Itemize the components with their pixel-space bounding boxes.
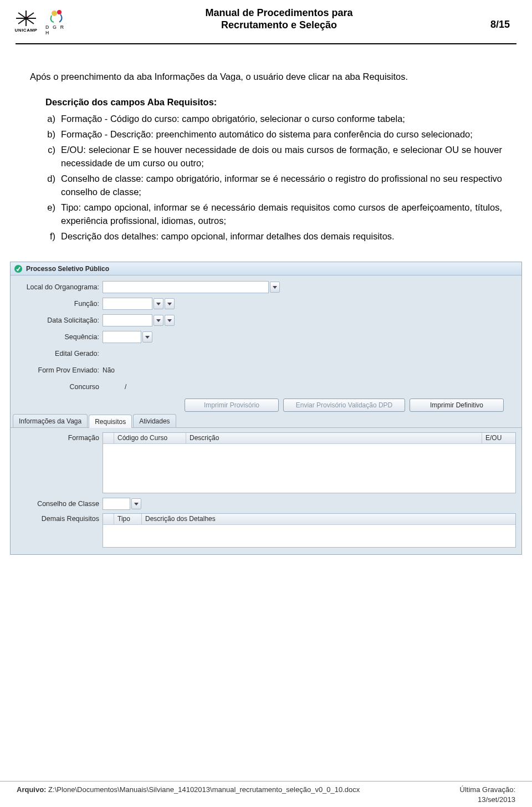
document-body: Após o preenchimento da aba Informações … xyxy=(0,44,532,243)
value-form-prov: Não xyxy=(103,366,115,374)
app-titlebar: Processo Seletivo Público xyxy=(11,262,521,275)
unicamp-label: UNICAMP xyxy=(15,28,38,33)
dropdown-icon[interactable] xyxy=(154,298,163,309)
list-text: Formação - Código do curso: campo obriga… xyxy=(61,112,502,125)
value-concurso: / xyxy=(103,383,126,391)
grid-header-row: Tipo Descrição dos Detalhes xyxy=(103,514,515,525)
list-text: Formação - Descrição: preenchimento auto… xyxy=(61,127,502,141)
imprimir-definitivo-button[interactable]: Imprimir Definitivo xyxy=(410,399,504,412)
tab-requisitos-body: Formação Código do Curso Descrição E/OU … xyxy=(11,427,521,554)
list-marker: e) xyxy=(30,201,61,227)
svg-point-9 xyxy=(52,11,57,16)
enviar-validacao-button[interactable]: Enviar Provisório Validação DPD xyxy=(283,399,405,412)
dropdown-icon[interactable] xyxy=(131,498,141,509)
list-item: b)Formação - Descrição: preenchimento au… xyxy=(30,127,502,141)
label-conselho: Conselho de Classe xyxy=(16,500,103,508)
grid-body[interactable] xyxy=(103,444,515,493)
manual-title-line1: Manual de Procedimentos para xyxy=(68,7,490,19)
list-item: c)E/OU: selecionar E se houver necessida… xyxy=(30,143,502,170)
formacao-grid[interactable]: Código do Curso Descrição E/OU xyxy=(103,432,516,493)
list-item: a)Formação - Código do curso: campo obri… xyxy=(30,112,502,125)
dropdown-icon[interactable] xyxy=(142,331,152,343)
footer-gravacao-value: 13/set/2013 xyxy=(460,795,515,805)
label-data-solicitacao: Data Solicitação: xyxy=(16,316,103,324)
dgrh-logo: D G R H xyxy=(45,7,68,35)
footer-arquivo-label: Arquivo: xyxy=(17,785,46,794)
svg-line-8 xyxy=(18,13,26,18)
label-sequencia: Sequência: xyxy=(16,333,103,341)
field-sequencia[interactable] xyxy=(103,331,141,343)
grid-indicator-header xyxy=(103,433,114,443)
dgrh-label: D G R H xyxy=(45,24,68,35)
intro-paragraph: Após o preenchimento da aba Informações … xyxy=(30,70,502,83)
svg-line-6 xyxy=(18,18,26,24)
logos: UNICAMP D G R H xyxy=(10,7,68,35)
footer-gravacao: Última Gravação: 13/set/2013 xyxy=(460,785,515,805)
manual-title: Manual de Procedimentos para Recrutament… xyxy=(68,7,490,31)
list-marker: f) xyxy=(30,229,61,243)
grid-header-tipo[interactable]: Tipo xyxy=(114,514,142,524)
label-edital-gerado: Edital Gerado: xyxy=(16,350,103,357)
field-funcao[interactable] xyxy=(103,298,152,310)
grid-header-descricao[interactable]: Descrição xyxy=(186,433,482,443)
label-local-organograma: Local do Organograma: xyxy=(16,283,103,291)
label-concurso: Concurso xyxy=(16,383,103,391)
form-area: Local do Organograma: Função: Data Solic… xyxy=(11,275,521,414)
field-conselho[interactable] xyxy=(103,498,130,510)
list-item: e)Tipo: campo opcional, informar se é ne… xyxy=(30,201,502,227)
manual-title-line2: Recrutamento e Seleção xyxy=(68,19,490,31)
list-item: f)Descrição dos detalhes: campo opcional… xyxy=(30,229,502,243)
field-description-list: a)Formação - Código do curso: campo obri… xyxy=(30,112,502,243)
label-form-prov: Form Prov Enviado: xyxy=(16,366,103,374)
unicamp-icon xyxy=(14,10,38,27)
grid-indicator-header xyxy=(103,514,114,524)
grid-header-eou[interactable]: E/OU xyxy=(482,433,515,443)
field-local-organograma[interactable] xyxy=(103,281,269,293)
dropdown-icon[interactable] xyxy=(165,298,175,309)
list-marker: b) xyxy=(30,127,61,141)
dgrh-icon xyxy=(48,7,65,23)
dropdown-icon[interactable] xyxy=(154,315,163,326)
page-header: UNICAMP D G R H Manual de Procedimentos … xyxy=(0,0,532,40)
app-title: Processo Seletivo Público xyxy=(26,265,109,273)
dropdown-icon[interactable] xyxy=(270,282,280,293)
list-marker: a) xyxy=(30,112,61,125)
footer-arquivo: Arquivo: Z:\Plone\Documentos\Manuais\Sil… xyxy=(17,785,360,805)
app-window: Processo Seletivo Público Local do Organ… xyxy=(10,262,522,555)
grid-header-codigo[interactable]: Código do Curso xyxy=(114,433,186,443)
tab-bar: Informações da Vaga Requisitos Atividade… xyxy=(11,414,521,427)
page-footer: Arquivo: Z:\Plone\Documentos\Manuais\Sil… xyxy=(0,781,532,805)
grid-body[interactable] xyxy=(103,525,515,547)
label-formacao: Formação xyxy=(16,432,103,442)
section-heading: Descrição dos campos Aba Requisitos: xyxy=(30,95,502,109)
field-data-solicitacao[interactable] xyxy=(103,314,152,326)
tab-informacoes-vaga[interactable]: Informações da Vaga xyxy=(13,414,88,427)
button-row: Imprimir Provisório Enviar Provisório Va… xyxy=(16,395,516,414)
unicamp-logo: UNICAMP xyxy=(10,10,42,33)
tab-requisitos[interactable]: Requisitos xyxy=(89,415,132,428)
footer-arquivo-path: Z:\Plone\Documentos\Manuais\Silviane_141… xyxy=(48,785,360,794)
grid-header-detalhes[interactable]: Descrição dos Detalhes xyxy=(142,514,515,524)
app-icon xyxy=(14,264,23,273)
svg-line-2 xyxy=(26,13,34,18)
footer-gravacao-label: Última Gravação: xyxy=(460,785,515,795)
label-funcao: Função: xyxy=(16,300,103,308)
svg-line-4 xyxy=(26,18,34,24)
svg-point-10 xyxy=(57,10,62,14)
page-number: 8/15 xyxy=(490,7,510,30)
grid-header-row: Código do Curso Descrição E/OU xyxy=(103,433,515,444)
list-text: Descrição dos detalhes: campo opcional, … xyxy=(61,229,502,243)
demais-grid[interactable]: Tipo Descrição dos Detalhes xyxy=(103,513,516,548)
label-demais: Demais Requisitos xyxy=(16,513,103,523)
list-marker: c) xyxy=(30,143,61,170)
list-text: E/OU: selecionar E se houver necessidade… xyxy=(61,143,502,170)
list-item: d)Conselho de classe: campo obrigatório,… xyxy=(30,172,502,198)
list-text: Tipo: campo opcional, informar se é nece… xyxy=(61,201,502,227)
list-text: Conselho de classe: campo obrigatório, i… xyxy=(61,172,502,198)
tab-atividades[interactable]: Atividades xyxy=(133,414,176,427)
imprimir-provisorio-button[interactable]: Imprimir Provisório xyxy=(185,399,279,412)
list-marker: d) xyxy=(30,172,61,198)
dropdown-icon[interactable] xyxy=(165,315,175,326)
